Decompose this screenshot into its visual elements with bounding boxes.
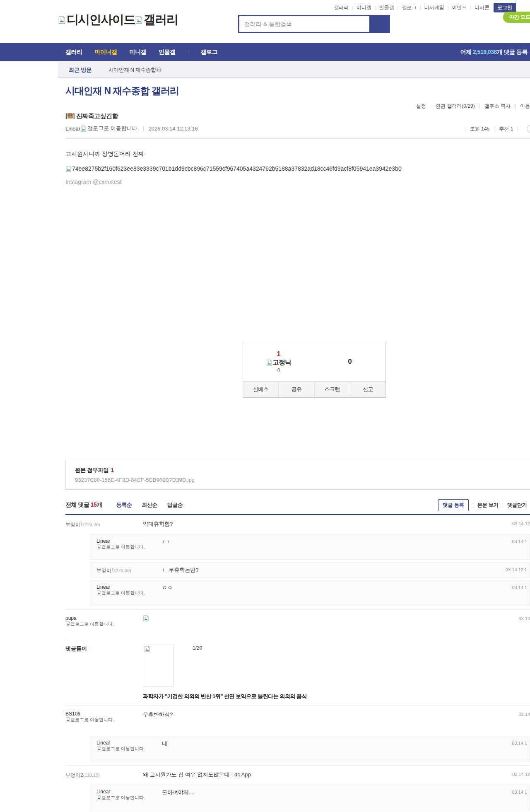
recommend-count: 추천 1 bbox=[499, 126, 513, 133]
bot-caption[interactable]: 과학자가 "기겁한 의외의 반찬 1위" 천연 보약으로 불린다는 의외의 음식 bbox=[143, 693, 495, 700]
count-prefix: 어제 bbox=[460, 48, 473, 55]
count-suffix: 개 댓글 등록 bbox=[497, 48, 528, 55]
page-title[interactable]: 시대인재 N 재수종합 갤러리 bbox=[65, 85, 530, 97]
author-name: Linear bbox=[96, 538, 171, 544]
gallog-link[interactable]: 갤로그로 이동합니다. bbox=[87, 125, 139, 132]
divider: | bbox=[470, 5, 471, 10]
divider: | bbox=[420, 5, 421, 10]
recommend-label: 추천 bbox=[499, 126, 510, 132]
related-galleries-link[interactable]: 연관 갤러리(0/29) bbox=[436, 103, 475, 110]
comment-author[interactable]: Linear갤로그로 이동합니다. bbox=[96, 789, 171, 800]
logo-text-dcinside: 디시인사이드 bbox=[67, 12, 135, 28]
divider: | bbox=[398, 5, 399, 10]
downvote-area[interactable]: 0 bbox=[314, 342, 385, 381]
yesterday-comment-count: 어제 2,519,038개 댓글 등록 bbox=[460, 48, 528, 56]
upvote-area[interactable]: 1 고정닉 0 bbox=[243, 342, 314, 381]
comment-register-button[interactable]: 댓글 등록 bbox=[438, 499, 468, 511]
utilnav-gallog[interactable]: 갤로그 bbox=[401, 4, 417, 11]
downvote-count: 0 bbox=[348, 358, 352, 366]
utilnav-persongal[interactable]: 인물갤 bbox=[379, 4, 395, 11]
minor-gallery-badge: ⓜ bbox=[157, 67, 161, 73]
upvote-count: 1 bbox=[277, 350, 280, 358]
comment-group: BS106갤로그로 이동합니다. 무휴반하심? 03.14 Linear갤로그로… bbox=[65, 706, 530, 766]
broken-image-icon bbox=[96, 746, 101, 751]
comment-time: 03.14 bbox=[518, 712, 530, 717]
comment-author[interactable]: BS106갤로그로 이동합니다. bbox=[65, 711, 140, 723]
close-comments-button[interactable]: 댓글닫기 bbox=[507, 502, 527, 509]
broken-image-icon bbox=[143, 615, 149, 621]
scrap-button[interactable]: 스크랩 bbox=[314, 382, 350, 397]
comment-author[interactable]: Linear갤로그로 이동합니다. bbox=[96, 584, 171, 596]
comment-count-pill[interactable]: 5 bbox=[527, 125, 530, 133]
comment-bot-content: 1/20 과학자가 "기겁한 의외의 반찬 1위" 천연 보약으로 불린다는 의… bbox=[143, 645, 495, 700]
attachment-title: 원본 첨부파일1 bbox=[75, 466, 530, 474]
main-content: 시대인재 N 재수종합 갤러리 설정 연관 갤러리(0/29) 갤주소 복사 이… bbox=[65, 85, 530, 812]
logo-text-gallery: 갤러리 bbox=[144, 12, 178, 28]
comment-row: 부엉이2(110.15) 왜 고시원가노 집 여유 없지도않은데 - dc Ap… bbox=[65, 767, 530, 782]
view-post-button[interactable]: 본문 보기 bbox=[477, 502, 499, 509]
author-ip: (223.39) bbox=[83, 522, 100, 527]
comments-header: 전체 댓글 15개 등록순 최신순 답글순 댓글 등록 본문 보기 댓글닫기 bbox=[65, 500, 530, 510]
comment-author: 부엉이1(223.39) bbox=[96, 566, 171, 574]
utilnav-dcgame[interactable]: 디시게임 bbox=[424, 4, 445, 11]
post-text-line: Instagram @cxmxtest bbox=[65, 179, 530, 185]
vote-actions: 실베추 공유 스크랩 신고 bbox=[243, 381, 385, 397]
search-input[interactable] bbox=[238, 15, 369, 33]
gnb-gallog[interactable]: 갤로그 bbox=[201, 48, 218, 56]
reply-row: Linear갤로그로 이동합니다. ㄴㄴ 03.14 1 bbox=[90, 534, 530, 560]
search-button[interactable] bbox=[369, 15, 390, 33]
comment-time: 03.14 12:1 bbox=[506, 567, 527, 572]
bracket: [ bbox=[65, 112, 67, 119]
fixed-nick-text: 고정닉 bbox=[272, 358, 291, 367]
comment-group: 부엉이2(110.15) 왜 고시원가노 집 여유 없지도않은데 - dc Ap… bbox=[65, 766, 530, 812]
comment-text: ㄴ 무휴학논반? bbox=[162, 566, 494, 573]
divider bbox=[65, 138, 530, 139]
author-name: Linear bbox=[96, 584, 171, 590]
broken-image-icon bbox=[65, 621, 70, 626]
gallog-link-text: 갤로그로 이동합니다. bbox=[101, 544, 145, 549]
utilnav-minigal[interactable]: 미니갤 bbox=[356, 4, 372, 11]
gallog-link-text: 갤로그로 이동합니다. bbox=[101, 746, 145, 751]
attachment-filename[interactable]: 93237C80-156E-4F8D-84CF-5CB908D7D39D.jpg bbox=[75, 477, 530, 483]
copy-url-link[interactable]: 갤주소 복사 bbox=[484, 103, 511, 110]
settings-link[interactable]: 설정 bbox=[416, 103, 426, 110]
author-name: pupa bbox=[65, 615, 140, 621]
utilnav-gallery[interactable]: 갤러리 bbox=[333, 4, 349, 11]
utilnav-dccon[interactable]: 디시콘 bbox=[474, 4, 490, 11]
sort-reply[interactable]: 답글순 bbox=[167, 501, 183, 509]
broken-image-icon bbox=[58, 16, 66, 24]
gnb-gallery[interactable]: 갤러리 bbox=[65, 48, 82, 56]
comment-text: 왜 고시원가노 집 여유 없지도않은데 - dc App bbox=[143, 771, 495, 778]
gnb-mini-gallery[interactable]: 미니갤 bbox=[130, 48, 147, 56]
sort-registered[interactable]: 등록순 bbox=[116, 501, 132, 509]
comment-text: 네 bbox=[162, 740, 494, 747]
utility-nav: 갤러리| 미니갤| 인물갤| 갤로그| 디시게임| 이벤트| 디시콘 로그인 bbox=[333, 3, 516, 12]
gnb-minor-gallery[interactable]: 마이너갤 bbox=[95, 48, 117, 56]
comment-author[interactable]: Linear갤로그로 이동합니다. bbox=[96, 538, 171, 550]
breadcrumb-gallery-link[interactable]: 시대인재 N 재수종합ⓜ bbox=[108, 66, 161, 74]
usage-guide-link[interactable]: 이용 bbox=[520, 103, 530, 110]
utilnav-event[interactable]: 이벤트 bbox=[451, 4, 467, 11]
bot-broken-image[interactable] bbox=[143, 645, 173, 686]
view-label: 조회 bbox=[470, 126, 481, 132]
broken-image-icon bbox=[96, 590, 101, 595]
post-author[interactable]: Linear bbox=[65, 126, 80, 132]
image-alt-text: 74ee8275b2f160f623ee83e3339c701b1dd9cbc8… bbox=[72, 165, 402, 172]
comment-row: BS106갤로그로 이동합니다. 무휴반하심? 03.14 bbox=[65, 707, 530, 733]
gallog-link-text: 갤로그로 이동합니다. bbox=[101, 590, 145, 595]
night-mode-toggle[interactable]: 야간 모드 bbox=[503, 12, 530, 23]
silbechu-button[interactable]: 실베추 bbox=[243, 382, 278, 397]
comment-author[interactable]: pupa갤로그로 이동합니다. bbox=[65, 615, 140, 627]
comment-text: 무휴반하심? bbox=[143, 711, 495, 718]
share-button[interactable]: 공유 bbox=[278, 382, 314, 397]
sort-newest[interactable]: 최신순 bbox=[142, 501, 157, 509]
recent-visit-label[interactable]: 최근 방문 bbox=[69, 66, 92, 74]
global-nav: 갤러리 마이너갤 미니갤 인물갤 갤로그 어제 2,519,038개 댓글 등록 bbox=[0, 43, 530, 61]
site-logo[interactable]: 디시인사이드 갤러리 bbox=[58, 12, 178, 28]
count-number: 2,519,038 bbox=[473, 48, 497, 55]
report-button[interactable]: 신고 bbox=[350, 382, 385, 397]
login-button[interactable]: 로그인 bbox=[494, 3, 516, 12]
gnb-person-gallery[interactable]: 인물갤 bbox=[159, 48, 176, 56]
divider bbox=[503, 503, 503, 508]
comment-author[interactable]: Linear갤로그로 이동합니다. bbox=[96, 740, 171, 752]
